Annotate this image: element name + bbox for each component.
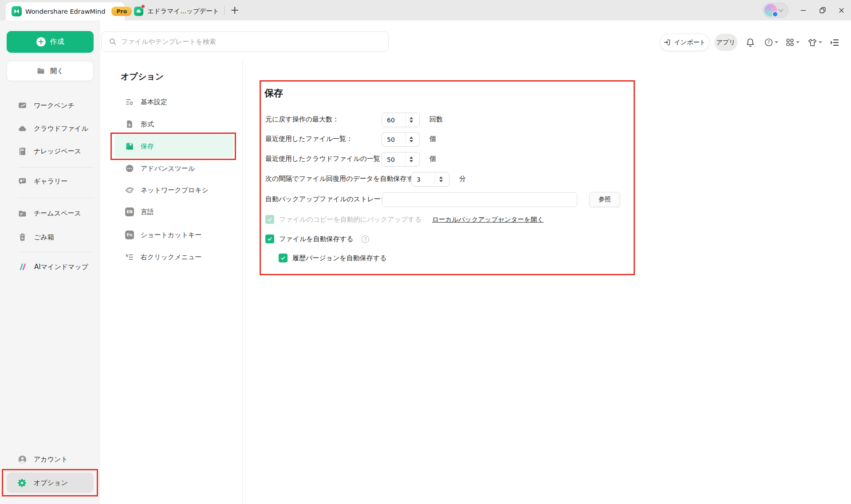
sidebar-item-ai-mindmap[interactable]: AIマインドマップ bbox=[0, 258, 100, 276]
minimize-button[interactable] bbox=[793, 0, 813, 20]
arrow-down-icon[interactable] bbox=[439, 180, 443, 182]
sidebar-item-knowledge-base[interactable]: ナレッジベース bbox=[0, 142, 100, 160]
stepper-arrows[interactable] bbox=[405, 113, 417, 127]
apps-button-label: アプリ bbox=[717, 39, 736, 47]
autosave-help-icon[interactable]: ? bbox=[362, 235, 369, 243]
undo-max-unit: 回数 bbox=[429, 115, 443, 124]
option-item-context-menu[interactable]: 右クリックメニュー bbox=[114, 247, 233, 267]
sidebar-item-gallery[interactable]: ギャラリー bbox=[0, 172, 100, 191]
sidebar-item-label: ワークベンチ bbox=[34, 102, 75, 110]
option-item-save[interactable]: 保存 bbox=[114, 135, 233, 158]
autosave-interval-label: 次の間隔でファイル回復用のデータを自動保存する： bbox=[265, 175, 427, 183]
local-backup-center-link[interactable]: ローカルバックアップセンターを開く bbox=[432, 215, 544, 224]
undo-max-label: 元に戻す操作の最大数： bbox=[265, 115, 339, 124]
book-icon bbox=[18, 147, 27, 156]
svg-text:?: ? bbox=[768, 40, 770, 45]
autosave-interval-stepper[interactable] bbox=[411, 172, 449, 187]
arrow-down-icon[interactable] bbox=[410, 121, 413, 123]
arrow-down-icon[interactable] bbox=[410, 160, 413, 162]
maximize-button[interactable] bbox=[813, 0, 832, 20]
option-item-label: 言語 bbox=[141, 208, 154, 216]
open-button-label: 開く bbox=[50, 67, 63, 75]
sidebar-item-trash[interactable]: ごみ箱 bbox=[0, 228, 100, 246]
option-item-network-proxy[interactable]: ネットワークプロキシ bbox=[114, 180, 233, 200]
stepper-arrows[interactable] bbox=[405, 133, 417, 146]
recent-files-label: 最近使用したファイル一覧： bbox=[265, 135, 353, 143]
option-item-label: 右クリックメニュー bbox=[141, 253, 201, 262]
team-space-icon bbox=[18, 209, 27, 218]
arrow-up-icon[interactable] bbox=[410, 137, 413, 139]
help-icon: ? bbox=[764, 38, 773, 47]
bell-icon bbox=[745, 38, 755, 47]
sidebar-item-team-space[interactable]: チームスペース bbox=[0, 204, 100, 223]
folder-icon bbox=[36, 66, 45, 75]
close-button[interactable] bbox=[831, 0, 851, 20]
undo-max-stepper[interactable] bbox=[382, 113, 420, 127]
sidebar-item-label: AIマインドマップ bbox=[34, 263, 88, 271]
autosave-row: ファイルを自動保存する ? bbox=[265, 234, 369, 243]
option-item-advanced-tools[interactable]: アドバンスツール bbox=[114, 159, 233, 178]
backup-path-input[interactable] bbox=[382, 192, 577, 207]
sidebar-item-workbench[interactable]: ワークベンチ bbox=[0, 96, 100, 115]
sidebar-item-cloud-files[interactable]: クラウドファイル bbox=[0, 119, 100, 138]
tab-separator bbox=[224, 6, 225, 15]
sidebar-item-label: クラウドファイル bbox=[34, 125, 88, 133]
recent-cloud-files-stepper[interactable] bbox=[382, 152, 420, 167]
arrow-down-icon[interactable] bbox=[410, 140, 413, 142]
plus-circle-icon: + bbox=[36, 37, 46, 47]
autosave-label: ファイルを自動保存する bbox=[279, 235, 353, 243]
option-item-language[interactable]: EN 言語 bbox=[114, 202, 233, 222]
autosave-checkbox[interactable] bbox=[265, 234, 274, 243]
shortcut-keys-icon: Fn bbox=[125, 231, 134, 239]
sidebar-item-label: アカウント bbox=[34, 455, 68, 464]
gear-icon bbox=[18, 478, 27, 488]
create-button[interactable]: + 作成 bbox=[7, 31, 94, 53]
browse-button[interactable]: 参照 bbox=[589, 192, 620, 207]
account-menu[interactable] bbox=[763, 3, 788, 18]
stepper-arrows[interactable] bbox=[435, 172, 446, 186]
pro-badge: Pro bbox=[111, 7, 132, 16]
autosave-interval-input[interactable] bbox=[412, 176, 435, 183]
recent-files-stepper[interactable] bbox=[382, 132, 420, 147]
arrow-up-icon[interactable] bbox=[410, 156, 413, 159]
apps-button[interactable]: アプリ bbox=[714, 34, 737, 51]
recent-cloud-files-input[interactable] bbox=[382, 156, 405, 163]
backup-copy-checkbox[interactable] bbox=[265, 215, 274, 224]
arrow-up-icon[interactable] bbox=[439, 176, 443, 179]
new-tab-button[interactable]: + bbox=[228, 3, 242, 17]
arrow-up-icon[interactable] bbox=[410, 117, 413, 119]
app-grid-icon bbox=[785, 38, 795, 47]
create-button-label: 作成 bbox=[50, 37, 64, 47]
sidebar-divider bbox=[18, 167, 94, 168]
workbench-icon bbox=[18, 101, 27, 110]
tab-main[interactable]: Wondershare EdrawMind Pro bbox=[6, 2, 125, 20]
option-item-label: ショートカットキー bbox=[141, 231, 201, 239]
recent-files-input[interactable] bbox=[382, 136, 405, 143]
collapse-list-icon bbox=[829, 37, 840, 48]
notifications-button[interactable] bbox=[742, 34, 759, 51]
open-button[interactable]: 開く bbox=[7, 61, 94, 81]
option-item-basic-settings[interactable]: 基本設定 bbox=[114, 92, 233, 112]
titlebar: Wondershare EdrawMind Pro エドラマイ...ップデート … bbox=[0, 0, 851, 20]
stepper-arrows[interactable] bbox=[405, 152, 417, 166]
update-tab-icon bbox=[134, 7, 143, 16]
option-item-shortcut-keys[interactable]: Fn ショートカットキー bbox=[114, 225, 233, 245]
help-button[interactable]: ? bbox=[761, 34, 781, 51]
import-button-label: インポート bbox=[674, 39, 705, 47]
collapse-list-button[interactable] bbox=[826, 34, 843, 51]
undo-max-input[interactable] bbox=[382, 117, 405, 124]
sidebar-item-account[interactable]: アカウント bbox=[0, 450, 100, 469]
theme-button[interactable] bbox=[804, 34, 825, 51]
tab-update[interactable]: エドラマイ...ップデート bbox=[131, 4, 220, 19]
sidebar-item-options[interactable]: オプション bbox=[0, 473, 100, 492]
sidebar-item-label: ギャラリー bbox=[34, 177, 67, 186]
search-icon bbox=[109, 38, 117, 46]
option-item-label: 保存 bbox=[141, 142, 154, 151]
recent-files-unit: 個 bbox=[429, 135, 436, 143]
import-button[interactable]: インポート bbox=[660, 34, 709, 51]
app-center-button[interactable] bbox=[782, 34, 803, 51]
search-input[interactable] bbox=[121, 38, 381, 46]
history-version-label: 履歴バージョンを自動保存する bbox=[292, 254, 386, 262]
option-item-format[interactable]: 形式 bbox=[114, 114, 233, 134]
history-version-checkbox[interactable] bbox=[279, 254, 288, 262]
